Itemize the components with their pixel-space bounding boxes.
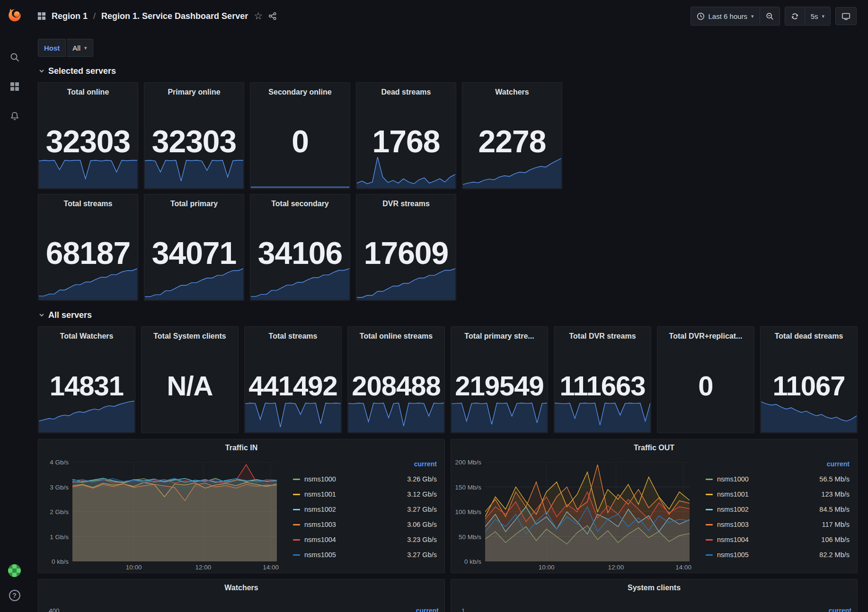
variable-value-dropdown[interactable]: All ▾ xyxy=(67,39,93,57)
grafana-logo[interactable] xyxy=(6,6,24,24)
x-axis-label: 12:00 xyxy=(608,564,624,571)
stat-panel[interactable]: Dead streams 1768 xyxy=(356,82,456,189)
y-axis-label: 1 xyxy=(461,607,465,612)
legend-current-header[interactable]: current xyxy=(829,607,851,612)
x-axis: 10:0012:0014:00 xyxy=(485,561,690,573)
star-icon[interactable]: ☆ xyxy=(254,10,263,22)
stat-panel[interactable]: Secondary online 0 xyxy=(250,82,350,189)
series-name[interactable]: nsms1004 xyxy=(304,536,336,543)
refresh-interval-label: 5s xyxy=(811,12,818,20)
x-axis: 10:0012:0014:00 xyxy=(72,561,277,573)
chevron-down-icon xyxy=(39,312,44,318)
series-color-line xyxy=(293,524,300,525)
series-current-value: 3.12 Gb/s xyxy=(407,490,437,498)
legend-item[interactable]: nsms1004 3.23 Gb/s xyxy=(293,532,437,547)
breadcrumb-separator: / xyxy=(93,11,96,21)
stat-panel[interactable]: Watchers 2278 xyxy=(462,82,562,189)
series-current-value: 106 Mb/s xyxy=(821,536,850,543)
legend-current-header[interactable]: current xyxy=(293,460,437,472)
panel-title[interactable]: System clients xyxy=(451,579,857,596)
series-name[interactable]: nsms1001 xyxy=(304,490,336,498)
share-icon[interactable] xyxy=(268,12,277,20)
variable-label-host[interactable]: Host xyxy=(38,39,66,57)
alerts-bell-icon[interactable] xyxy=(6,107,24,125)
refresh-interval-picker[interactable]: 5s ▾ xyxy=(805,7,830,25)
stat-panel[interactable]: Total online streams 208488 xyxy=(347,326,445,433)
stat-panel-value: N/A xyxy=(142,338,238,433)
series-name[interactable]: nsms1002 xyxy=(304,506,336,513)
traffic-out-panel: Traffic OUT 0 kb/s50 Mb/s100 Mb/s150 Mb/… xyxy=(451,439,858,573)
stat-panel[interactable]: DVR streams 17609 xyxy=(356,194,456,301)
series-name[interactable]: nsms1003 xyxy=(304,521,336,528)
stat-panel[interactable]: Total System clients N/A xyxy=(141,326,239,433)
stat-panel[interactable]: Total online 32303 xyxy=(38,82,138,189)
legend-item[interactable]: nsms1001 3.12 Gb/s xyxy=(293,487,437,502)
series-current-value: 123 Mb/s xyxy=(821,490,850,498)
series-name[interactable]: nsms1002 xyxy=(717,506,749,513)
user-avatar[interactable] xyxy=(8,564,21,577)
zoom-out-button[interactable] xyxy=(760,7,779,25)
legend-item[interactable]: nsms1003 117 Mb/s xyxy=(706,517,850,532)
stat-panel-value: 34106 xyxy=(250,206,350,300)
stat-panel[interactable]: Total primary stre... 219549 xyxy=(451,326,548,433)
stat-panel[interactable]: Primary online 32303 xyxy=(144,82,244,189)
series-name[interactable]: nsms1003 xyxy=(717,521,749,528)
stat-panel[interactable]: Total DVR+replicat... 0 xyxy=(657,326,754,433)
stat-panel[interactable]: Total primary 34071 xyxy=(144,194,244,301)
stat-panel[interactable]: Total secondary 34106 xyxy=(250,194,350,301)
magnifier-minus-icon xyxy=(766,12,774,20)
legend-item[interactable]: nsms1000 3.26 Gb/s xyxy=(293,472,437,487)
panel-title[interactable]: Traffic IN xyxy=(38,439,444,456)
panel-title[interactable]: Watchers xyxy=(38,579,444,596)
legend-current-header[interactable]: current xyxy=(706,460,850,472)
stat-row-1: Total online 32303 Primary online 32303 … xyxy=(38,82,859,189)
dashboards-icon[interactable] xyxy=(6,78,24,96)
breadcrumb: Region 1 / Region 1. Service Dashboard S… xyxy=(37,10,277,22)
stat-panel[interactable]: Total dead streams 11067 xyxy=(760,326,858,433)
x-axis-label: 14:00 xyxy=(675,564,691,571)
legend-current-header[interactable]: current xyxy=(416,607,439,612)
series-name[interactable]: nsms1001 xyxy=(717,490,749,498)
stat-panel-value: 0 xyxy=(250,94,350,189)
series-current-value: 3.06 Gb/s xyxy=(407,521,437,528)
legend-rows: nsms1000 56.5 Mb/s nsms1001 123 Mb/s nsm… xyxy=(706,472,850,573)
legend-item[interactable]: nsms1003 3.06 Gb/s xyxy=(293,517,437,532)
series-name[interactable]: nsms1004 xyxy=(717,536,749,543)
refresh-button[interactable] xyxy=(785,7,805,25)
y-axis: 0 kb/s1 Gb/s2 Gb/s3 Gb/s4 Gb/s xyxy=(42,462,72,561)
series-name[interactable]: nsms1000 xyxy=(717,475,749,483)
grafana-dashboard: ? Region 1 / Region 1. Service Dashboard… xyxy=(0,0,868,612)
row-header-selected-servers[interactable]: Selected servers xyxy=(39,64,859,78)
legend-item[interactable]: nsms1002 84.5 Mb/s xyxy=(706,502,850,517)
stat-panel[interactable]: Total streams 441492 xyxy=(244,326,342,433)
tv-mode-button[interactable] xyxy=(835,7,857,25)
chart-plot-area[interactable]: 10:0012:0014:00 xyxy=(485,462,690,561)
chart-canvas xyxy=(485,462,690,561)
y-axis-label: 100 Mb/s xyxy=(455,508,481,516)
stat-panel[interactable]: Total DVR streams 111663 xyxy=(554,326,651,433)
search-icon[interactable] xyxy=(6,48,24,66)
legend-item[interactable]: nsms1004 106 Mb/s xyxy=(706,532,850,547)
stat-panel[interactable]: Total Watchers 14831 xyxy=(38,326,135,433)
help-icon[interactable]: ? xyxy=(6,586,24,604)
legend-item[interactable]: nsms1000 56.5 Mb/s xyxy=(706,472,850,487)
series-name[interactable]: nsms1000 xyxy=(304,475,336,483)
stat-panel-value: 68187 xyxy=(38,206,138,300)
series-name[interactable]: nsms1005 xyxy=(304,551,336,559)
x-axis-label: 14:00 xyxy=(263,564,279,571)
legend-item[interactable]: nsms1002 3.27 Gb/s xyxy=(293,502,437,517)
time-range-picker[interactable]: Last 6 hours ▾ xyxy=(691,7,760,25)
panel-title[interactable]: Traffic OUT xyxy=(451,439,857,456)
series-name[interactable]: nsms1005 xyxy=(717,551,749,559)
stat-panel[interactable]: Total streams 68187 xyxy=(38,194,138,301)
legend-item[interactable]: nsms1005 3.27 Gb/s xyxy=(293,547,437,562)
x-axis-label: 12:00 xyxy=(195,564,212,571)
row-header-all-servers[interactable]: All servers xyxy=(39,308,859,322)
chart-plot-area[interactable]: 10:0012:0014:00 xyxy=(72,462,277,561)
breadcrumb-folder[interactable]: Region 1 xyxy=(52,11,88,21)
y-axis: 0 kb/s50 Mb/s100 Mb/s150 Mb/s200 Mb/s xyxy=(455,462,485,561)
legend-item[interactable]: nsms1001 123 Mb/s xyxy=(706,487,850,502)
series-color-line xyxy=(293,539,300,541)
legend-item[interactable]: nsms1005 82.2 Mb/s xyxy=(706,547,850,562)
series-current-value: 3.27 Gb/s xyxy=(407,506,437,513)
